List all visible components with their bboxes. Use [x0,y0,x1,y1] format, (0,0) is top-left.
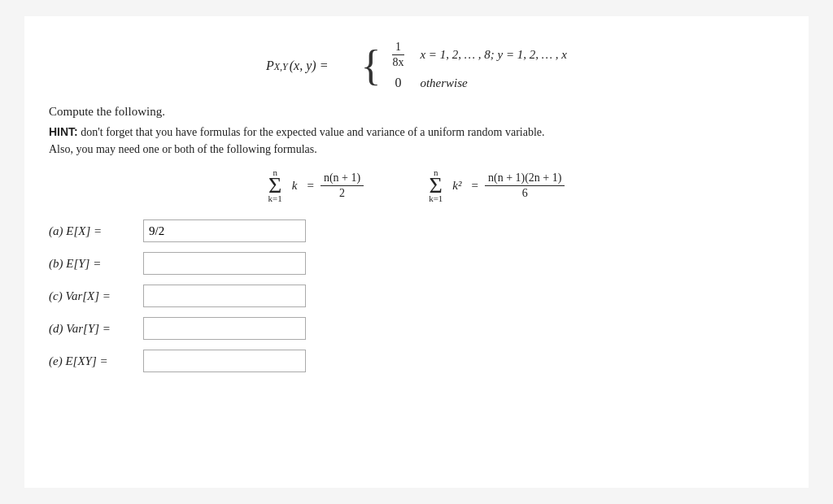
sigma-group-1: n Σ k=1 [268,167,282,203]
case-row-2: 0 otherwise [386,76,567,90]
sum2-equals: = [472,179,478,193]
sum1-denom: 2 [336,186,348,200]
answer-label-e: (e) E[XY] = [49,354,138,368]
pxy-subscript: X,Y [274,61,288,73]
hint-block: HINT: don't forget that you have formula… [49,124,784,158]
cases-table: 1 8x x = 1, 2, … , 8; y = 1, 2, … , x 0 … [386,41,567,90]
sum2-rhs-fraction: n(n + 1)(2n + 1) 6 [485,172,565,200]
answer-input-d[interactable] [143,317,306,340]
answer-row-e: (e) E[XY] = [49,350,784,372]
sigma1-sub: k=1 [268,193,282,203]
case2-condition: otherwise [420,76,467,90]
answer-input-b[interactable] [143,252,306,275]
sum-formula-1: n Σ k=1 k = n(n + 1) 2 [268,167,364,203]
sum1-summand: k [292,179,298,193]
sigma2-sub: k=1 [429,193,443,203]
pxy-function-label: PX,Y(x, y) = [266,59,328,73]
answer-row-a: (a) E[X] = [49,219,784,242]
pxy-P: P [266,59,274,73]
answers-section: (a) E[X] =(b) E[Y] =(c) Var[X] =(d) Var[… [49,219,784,372]
case-row-1: 1 8x x = 1, 2, … , 8; y = 1, 2, … , x [386,41,567,69]
piecewise-brace: { 1 8x x = 1, 2, … , 8; y = 1, 2, … , x … [360,41,567,90]
sum2-numer: n(n + 1)(2n + 1) [485,172,565,186]
fraction-denominator: 8x [389,55,407,69]
case1-value: 1 8x [386,41,410,69]
sum-formula-2: n Σ k=1 k² = n(n + 1)(2n + 1) 6 [429,167,565,203]
sum1-numer: n(n + 1) [321,172,364,186]
pmf-formula-block: PX,Y(x, y) = { 1 8x x = 1, 2, … , 8; y =… [49,41,784,90]
compute-label: Compute the following. [49,105,784,119]
answer-input-e[interactable] [143,350,306,372]
fraction-numerator: 1 [392,41,404,55]
answer-input-c[interactable] [143,285,306,307]
answer-row-b: (b) E[Y] = [49,252,784,275]
answer-label-c: (c) Var[X] = [49,289,138,303]
summation-formulas-block: n Σ k=1 k = n(n + 1) 2 n Σ k=1 k² = n(n … [49,167,784,203]
answer-label-b: (b) E[Y] = [49,257,138,271]
answer-input-a[interactable] [143,219,306,242]
sum2-denom: 6 [519,186,531,200]
answer-label-d: (d) Var[Y] = [49,322,138,336]
hint-also-text: Also, you may need one or both of the fo… [49,143,317,155]
sum1-rhs-fraction: n(n + 1) 2 [321,172,364,200]
sum2-summand: k² [452,179,461,193]
pxy-args: (x, y) = [290,59,329,73]
pxy-equation: PX,Y(x, y) = [266,59,328,73]
answer-row-d: (d) Var[Y] = [49,317,784,340]
sigma-group-2: n Σ k=1 [429,167,443,203]
left-brace-icon: { [360,45,381,87]
main-content: PX,Y(x, y) = { 1 8x x = 1, 2, … , 8; y =… [24,16,809,488]
sum1-equals: = [307,179,313,193]
case2-value: 0 [386,76,410,90]
case1-condition: x = 1, 2, … , 8; y = 1, 2, … , x [420,48,567,62]
hint-prefix: HINT: [49,125,78,138]
answer-label-a: (a) E[X] = [49,224,138,238]
hint-main-text: don't forget that you have formulas for … [78,126,545,138]
answer-row-c: (c) Var[X] = [49,285,784,307]
fraction-1-over-8x: 1 8x [389,41,407,69]
